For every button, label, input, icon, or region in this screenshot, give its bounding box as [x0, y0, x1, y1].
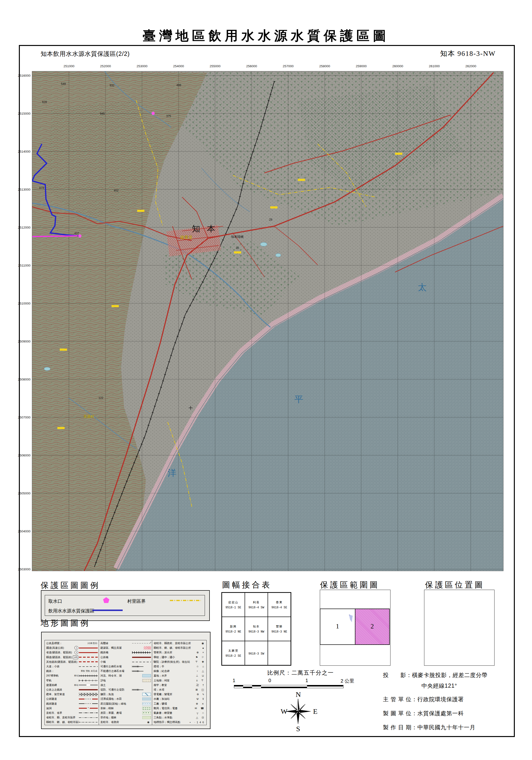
topo-legend-row: 其他道路(硬面路、鬆面路) — [46, 660, 98, 664]
topo-legend-table: 公路及標號：(4)車道(6)國道(高速公路)1省道(硬面路、鬆面路)1縣道(硬面… — [44, 640, 207, 725]
facility-symbol-icon: ± 〒 — [196, 679, 205, 682]
flood-swatch-icon — [142, 702, 151, 705]
label-sea-ping: 平 — [294, 395, 303, 404]
topo-legend-row: 鐵路隧道 — [46, 701, 98, 706]
topo-legend-label: 縣道(硬面路、鬆面路) — [46, 655, 73, 659]
admin2-line-icon — [79, 716, 98, 719]
agency-line: 主 管 單 位：行政院環境保護署 — [383, 696, 464, 703]
topo-legend-label: 發電廠；變電所 — [154, 692, 197, 696]
topo-legend-label: 涵洞 — [46, 707, 79, 710]
topo-legend-col3: 省轄市、縣政府、直轄市區公所◉縣轄市、鄉、鎮、省轄市區公所●警察局；派出所⊗ ×… — [152, 640, 206, 725]
blackdash-line-icon — [132, 660, 151, 663]
topo-legend-label: 墓地；水井 — [154, 674, 196, 678]
topo-legend-label: 鐵路： — [46, 669, 81, 673]
topo-legend-label: 建築區、獨立房屋 — [100, 646, 144, 650]
topographic-map-canvas[interactable]: 知 本 建業里 美源村 知本陸橋 太 平 洋 549 932 628 945 4… — [32, 71, 503, 571]
topo-legend-label: 塔；水塔 — [154, 688, 195, 691]
facility-symbol-icon: △ ⊡ — [196, 716, 205, 719]
topo-legend-row: 墓地；水井⊥ ⊔ — [154, 673, 205, 678]
scalebar-label-2km: 2 公里 — [341, 678, 355, 684]
facility-symbol-icon: 卍 † — [196, 683, 205, 687]
topo-legend-note: 車站 — [74, 684, 78, 687]
range-map-box: 1 2 — [320, 590, 390, 666]
topo-legend-row: 氣象臺；瞭望臺┬ ∩ — [154, 711, 205, 715]
facility-symbol-icon: ♀ △ — [196, 670, 205, 673]
label-sea-tai: 太 — [418, 283, 426, 292]
topo-legend-label: 廟宇；教堂 — [154, 683, 196, 687]
topo-legend-row: 縣道(硬面路、鬆面路)145 — [46, 655, 98, 660]
redrail-line-icon — [132, 656, 151, 659]
central-meridian-line: 中央經線121° — [421, 682, 457, 689]
label-meiyuan-village: 美源村 — [83, 414, 94, 418]
redrail-line-icon — [79, 688, 98, 691]
topo-legend-row: 公路上之鐵路 — [46, 688, 98, 692]
page-title: 臺灣地區飲用水水源水質保護區圖 — [0, 27, 532, 45]
topo-legend-label: 旱作地；矮林 — [100, 716, 142, 719]
sheet-cell — [268, 641, 291, 665]
topo-legend-label: 小橋 — [100, 660, 132, 664]
svg-text:28: 28 — [269, 218, 272, 221]
topo-legend-label: 可通行之磚石水壩 — [100, 665, 132, 668]
topo-legend-row: 捷運路網車站 — [46, 683, 98, 688]
scale-text: 比例尺：二萬五千分之一 — [267, 669, 334, 677]
topo-legend-row: 發電廠；變電所⊛ ϟ — [154, 692, 205, 697]
facility-symbol-icon: ● — [202, 646, 205, 649]
topo-legend-row: 蔗田；果園、農場 — [100, 711, 151, 715]
facility-symbol-icon: ☆ ⌂ — [196, 665, 205, 668]
topo-legend-row: 小橋 — [100, 660, 151, 664]
topo-legend-row: 廟宇；教堂卍 † — [154, 683, 205, 688]
topo-legend-label: 三角點；水準點 — [154, 716, 196, 719]
topo-legend-label: 河流、時令河、湖 — [100, 674, 142, 678]
label-zhiben-bridge: 知本陸橋 — [231, 235, 244, 239]
svg-text:873: 873 — [39, 186, 44, 190]
sheet-cell: 利嘉9618-4 SW — [245, 593, 268, 617]
topo-legend-row: 警察局；派出所⊗ × — [154, 650, 205, 655]
topo-legend-note: 單軌 雙軌 未完成 — [81, 670, 97, 673]
topo-legend-row: 纜車、架空索道 — [46, 692, 98, 697]
facility-symbol-icon: ⊥ ⊔ — [196, 674, 205, 677]
protection-legend-inner: 取水口 村里區界 飲用水水源水質保護區 — [45, 595, 205, 616]
topo-legend-row: 3'6"標準軌車站 — [46, 673, 98, 678]
sheet-cell: 盆盆山9518-1 SE — [222, 593, 245, 617]
route-number-badge: 1 — [74, 646, 78, 650]
topo-legend-row: 學校；國中；國小⚑ ⚐ — [154, 655, 205, 660]
topo-legend-label: 公路及標號： — [46, 641, 88, 645]
railtunnel-line-icon — [79, 702, 98, 705]
topo-legend-row: 縣轄市、鄉、鎮、省轄市區界 — [46, 720, 98, 725]
topo-legend-label: 縣轄市、鄉、鎮、省轄市區公所 — [154, 646, 202, 650]
facility-symbol-icon: ◉ — [202, 642, 205, 645]
topo-legend-label: 地標指示；獨立標高點 — [154, 720, 190, 724]
range-map-title: 保護區範圍圖 — [320, 580, 380, 591]
topo-legend-label: 警察局；派出所 — [154, 651, 196, 654]
topo-legend-label: 鐵路橋 — [100, 651, 132, 654]
topo-legend-row: 鐵路橋 — [100, 650, 151, 655]
topo-legend-label: 崩土 — [100, 683, 142, 687]
dike-line-icon — [132, 665, 151, 668]
svg-text:932: 932 — [110, 84, 115, 87]
topo-legend-label: 土地廟；祠堂 — [154, 679, 196, 682]
topo-legend-label: 堤防、可通行之堤防 — [100, 688, 132, 691]
topo-legend-row: 銅像；紀念碑♀ △ — [154, 669, 205, 673]
railthin-line-icon — [79, 679, 98, 682]
topo-legend-title: 地形圖圖例 — [41, 618, 90, 629]
protection-area-label: 飲用水水源水質保護區 — [48, 608, 94, 614]
topo-legend-row: 崩土 — [100, 683, 151, 688]
sheet-cell: 9618-3 SW — [245, 641, 268, 665]
topo-legend-row: 易氾濫區(泥地)；綠地 — [100, 701, 151, 706]
topo-legend-label: 省轄市、縣政府、直轄市區公所 — [154, 641, 202, 645]
svg-text:549: 549 — [61, 82, 66, 86]
intake-label: 取水口 — [48, 598, 62, 604]
scrub-swatch-icon — [142, 716, 151, 719]
topo-legend-label: 茶林；樹林 — [100, 707, 142, 710]
topo-legend-label: 水廠；加油站 — [154, 697, 196, 701]
label-jianye-village: 建業里 — [180, 235, 193, 240]
location-map-box — [424, 590, 495, 666]
redtunnel-line-icon — [79, 697, 98, 700]
compass-s-label: S — [296, 725, 300, 733]
topo-legend-label: 郵局；電信局；電臺 — [154, 707, 195, 710]
svg-text:122: 122 — [98, 396, 103, 400]
metro-line-icon — [79, 684, 98, 687]
topo-legend-label: 氣象臺；瞭望臺 — [154, 711, 196, 715]
facility-symbol-icon: ⊛ ϟ — [197, 693, 205, 696]
intake-pentagon-icon — [103, 597, 109, 603]
